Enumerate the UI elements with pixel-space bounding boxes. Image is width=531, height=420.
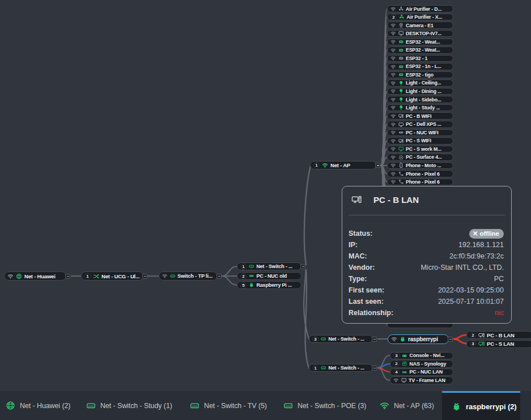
node-label: ESP32 - Weat... [406,39,440,45]
popup-label: Type: [349,275,367,283]
collapse-toggle[interactable] [142,274,147,279]
switch-icon [190,401,199,410]
node-dev-pc-s-work[interactable]: PC - S work M... [387,146,453,153]
node-label: PC - B LAN [487,332,515,338]
collapse-toggle[interactable] [372,337,377,342]
node-net-ucg[interactable]: 1Net - UCG - Ul... [81,271,143,281]
node-dev-esp32-1n[interactable]: ESP32 - 1n - L... [387,63,453,70]
tab-net-switch-tv-5-[interactable]: Net - Switch - TV (5) [190,391,267,420]
wifi-icon [162,273,168,279]
node-dev-light-dining[interactable]: Light - Dining ... [387,88,453,95]
node-dev-desktop[interactable]: DESKTOP-IV7... [387,30,453,37]
collapse-toggle[interactable] [448,337,453,342]
node-pc-b-lan[interactable]: 2PC - B LAN [466,331,531,339]
wifi-icon [390,122,396,128]
wifi-icon [390,31,396,36]
node-dev-air-purifier-d[interactable]: Air Purifier - D... [387,5,453,12]
bottom-tab-bar: Net - Huawei (2)Net - Switch - Study (1)… [0,391,531,420]
node-label: Net - Switch - ... [329,365,364,371]
popup-label: IP: [349,241,358,249]
node-pc-s-lan[interactable]: 3PC - S LAN [466,340,531,348]
node-label: PC - S WIFI [406,138,431,143]
popup-label: MAC: [349,252,367,260]
popup-row-relationship: Relationship:nic [349,307,504,319]
count-badge: 1 [312,365,318,371]
wifi-icon [390,56,396,61]
count-badge: 5 [240,282,247,289]
node-dev-air-purifier-x[interactable]: 2Air Purifier - X... [387,14,453,21]
popup-label: Status: [349,230,372,237]
node-console-nvidia[interactable]: 3Console - Nvi... [390,352,453,360]
node-dev-pc-b-wifi[interactable]: PC - B WIFI [387,112,453,120]
controller-icon [402,353,407,359]
switch-icon [86,401,96,410]
node-dev-camera-e1[interactable]: Camera - E1 [387,22,453,29]
wifi-icon [390,171,396,177]
node-pc-nuc-lan[interactable]: 4PC - NUC LAN [390,368,453,376]
collapse-toggle[interactable] [375,163,380,168]
popup-row-vendor: Vendor:Micro-Star INTL CO., LTD. [349,262,504,273]
surface-icon [398,155,404,160]
node-switch-tp[interactable]: Switch - TP li... [159,271,218,281]
node-label: Net - AP [330,162,350,168]
node-net-switch-a[interactable]: 3Net - Switch - ... [309,335,373,343]
node-nas-synology[interactable]: 2NAS - Synology [390,360,453,368]
count-badge: 1 [84,273,91,279]
wifi-icon [390,130,396,135]
node-dev-esp32-1[interactable]: ESP32 - 1 [387,55,453,62]
node-dev-pc-dell[interactable]: PC - Dell XPS ... [387,121,453,128]
count-badge: 2 [390,14,397,20]
node-raspberrypi[interactable]: raspberrypi [388,334,449,344]
node-net-ap[interactable]: 1Net - AP [310,161,376,169]
node-label: ESP32 - 1n - L... [406,63,441,69]
node-dev-phone-moto[interactable]: Phone - Moto ... [387,162,453,169]
node-raspberry-pi[interactable]: 5Raspberry Pi ... [237,281,301,289]
node-dev-phone-pixel1[interactable]: Phone - Pixel 6 [387,170,453,177]
node-net-switch-poe[interactable]: 1Net - Switch - ... [237,262,301,270]
node-dev-esp32-tigo[interactable]: ESP32 - tigo [387,71,453,79]
node-dev-esp32-weat2[interactable]: ESP32 - Weat... [387,46,453,54]
phone-icon [398,163,404,168]
collapse-toggle[interactable] [216,274,222,279]
node-dev-light-sideboard[interactable]: Light - Sidebo... [387,96,453,103]
count-badge: 1 [313,162,320,168]
wifi-icon [390,155,396,160]
node-tv-frame-lan[interactable]: TV - Frame LAN [390,376,453,384]
node-dev-phone-pixel2[interactable]: Phone - Pixel 6 [387,179,453,186]
collapse-toggle[interactable] [372,366,377,371]
count-badge: 3 [312,336,318,342]
popup-row-type: Type:PC [349,273,504,285]
wifi-icon [390,88,396,94]
node-dev-pc-s-wifi[interactable]: PC - S WIFI [387,137,453,145]
node-net-switch-b[interactable]: 1Net - Switch - ... [309,364,373,372]
node-dev-light-ceiling[interactable]: Light - Ceiling... [387,79,453,87]
node-dev-light-study[interactable]: Light - Study ... [387,104,453,112]
count-badge: 2 [393,360,400,367]
wifi-icon [390,179,396,185]
raspberry-icon [400,336,406,342]
tab-raspberrypi-2-[interactable]: raspberrypi (2) [442,391,520,420]
popup-row-lastseen: Last seen:2025-07-17 10:01:07 [349,296,504,307]
tab-net-ap-63-[interactable]: Net - AP (63) [380,391,434,420]
node-dev-pc-nuc-wifi[interactable]: PC - NUC WIFI [387,129,453,137]
network-topology-canvas: PC - B LAN Status:✕offlineIP:192.168.1.1… [0,0,531,420]
node-dev-esp32-weat1[interactable]: ESP32 - Weat... [387,39,453,46]
tab-net-switch-study-1-[interactable]: Net - Switch - Study (1) [86,391,172,420]
popup-label: First seen: [349,286,384,294]
pc-icon [398,138,404,144]
globe-icon [6,401,15,410]
bulb-icon [398,80,404,86]
desktop-icon [398,122,404,128]
tab-net-switch-poe-3-[interactable]: Net - Switch - POE (3) [283,391,366,420]
collapse-toggle[interactable] [300,264,305,269]
collapse-toggle[interactable] [65,274,70,279]
node-dev-pc-surface[interactable]: PC - Surface 4... [387,154,453,161]
count-badge: 4 [393,369,400,375]
pc-icon [351,194,362,205]
node-label: Light - Sidebo... [406,97,441,103]
tab-net-huawei-2-[interactable]: Net - Huawei (2) [6,391,70,420]
node-pc-nuc-old[interactable]: 2PC - NUC old [237,272,301,280]
wifi-icon [380,401,389,410]
wifi-icon [390,97,396,103]
node-net-huawei[interactable]: Net - Huawei [4,271,66,281]
